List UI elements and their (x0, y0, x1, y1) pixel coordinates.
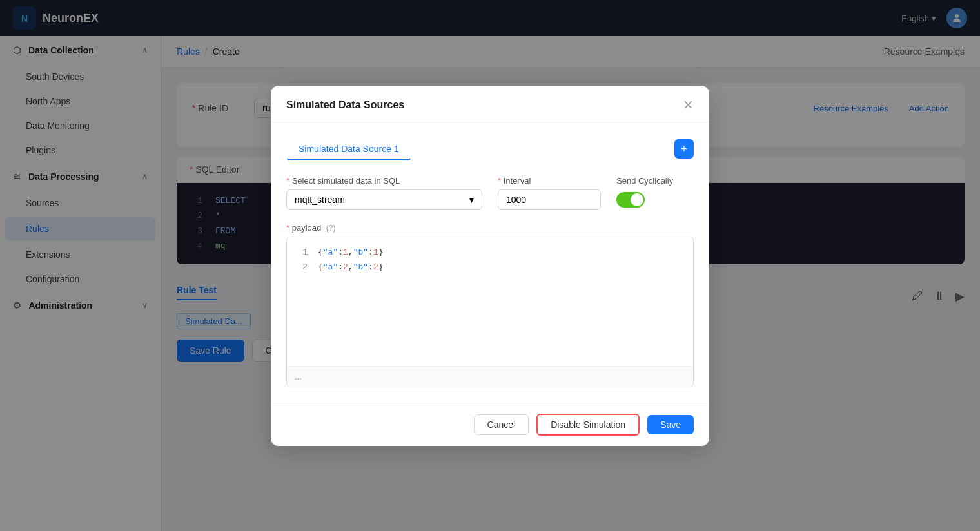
payload-line-2: 2 {"a":2,"b":2} (295, 260, 685, 275)
payload-editor[interactable]: 1 {"a":1,"b":1} 2 {"a":2,"b":2} .. (286, 237, 694, 387)
modal-field-select: * Select simulated data in SQL mqtt_stre… (286, 176, 482, 210)
select-chevron-icon: ▾ (469, 195, 474, 205)
payload-bottom: ... (287, 366, 693, 387)
modal-field-interval: * Interval (498, 176, 601, 210)
payload-line-1: 1 {"a":1,"b":1} (295, 245, 685, 260)
send-cyclically-toggle[interactable] (616, 192, 645, 208)
modal-body: Simulated Data Source 1 + * Select simul… (271, 122, 709, 403)
send-cyclically-toggle-wrap (616, 192, 694, 208)
modal-header: Simulated Data Sources ✕ (271, 86, 709, 122)
toggle-knob (631, 193, 643, 206)
modal-title: Simulated Data Sources (286, 99, 404, 111)
select-label: * Select simulated data in SQL (286, 176, 482, 186)
payload-label: * payload (?) (286, 223, 694, 233)
modal-tabs: Simulated Data Source 1 + (286, 138, 694, 160)
send-cyclically-label: Send Cyclically (616, 176, 694, 186)
add-tab-button[interactable]: + (674, 139, 694, 159)
add-tab-icon: + (681, 142, 688, 156)
interval-label: * Interval (498, 176, 601, 186)
payload-help-icon[interactable]: (?) (326, 224, 336, 233)
modal-close-button[interactable]: ✕ (683, 99, 694, 111)
payload-editor-inner[interactable]: 1 {"a":1,"b":1} 2 {"a":2,"b":2} (287, 237, 693, 366)
modal-field-send-cyclically: Send Cyclically (616, 176, 694, 208)
modal-tab-1[interactable]: Simulated Data Source 1 (286, 138, 411, 160)
select-simulated-data[interactable]: mqtt_stream ▾ (286, 189, 482, 210)
modal-footer: Cancel Disable Simulation Save (271, 403, 709, 446)
modal-tab-1-label: Simulated Data Source 1 (299, 144, 399, 154)
modal-overlay[interactable]: Simulated Data Sources ✕ Simulated Data … (0, 0, 980, 531)
modal-field-payload: * payload (?) 1 {"a":1,"b":1} 2 (286, 223, 694, 387)
modal-save-button[interactable]: Save (647, 415, 694, 434)
modal-cancel-button[interactable]: Cancel (474, 414, 529, 435)
select-value: mqtt_stream (295, 195, 345, 205)
modal: Simulated Data Sources ✕ Simulated Data … (271, 86, 709, 446)
modal-form-row-1: * Select simulated data in SQL mqtt_stre… (286, 176, 694, 210)
modal-disable-button[interactable]: Disable Simulation (536, 414, 640, 436)
interval-input[interactable] (498, 189, 601, 210)
